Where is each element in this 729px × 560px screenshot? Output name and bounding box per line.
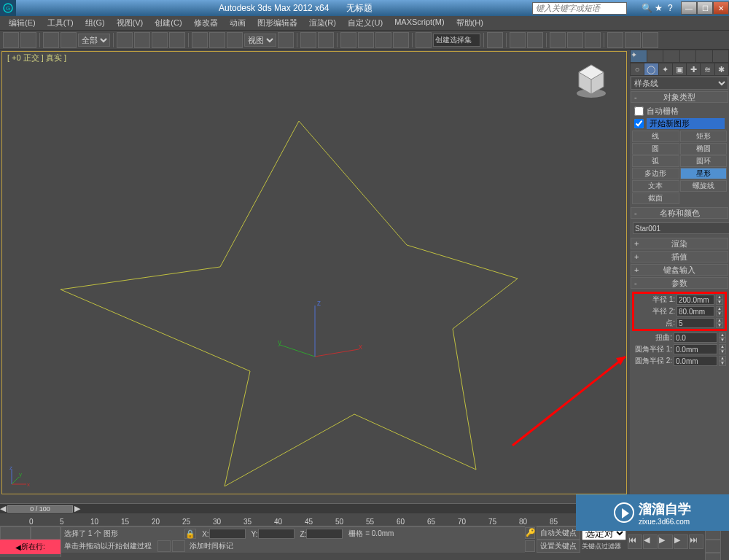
create-tab[interactable]: ✦	[631, 50, 647, 62]
redo-button[interactable]	[20, 32, 36, 48]
current-row-button[interactable]: ◀ 所在行:	[0, 540, 61, 554]
nav-walk-button[interactable]	[705, 540, 721, 553]
shape-line[interactable]: 线	[632, 131, 679, 142]
keymode-button[interactable]	[318, 32, 334, 48]
rollout-keyboard[interactable]: +键盘输入	[631, 264, 728, 276]
shape-section[interactable]: 截面	[632, 192, 679, 204]
shape-arc[interactable]: 弧	[632, 155, 679, 167]
z-input[interactable]	[306, 529, 343, 539]
geometry-cat[interactable]: ○	[631, 63, 644, 75]
curve-editor-button[interactable]	[550, 32, 566, 48]
time-slider[interactable]: 0 / 100	[7, 505, 73, 513]
lights-cat[interactable]: ✦	[659, 63, 672, 75]
angle-snap-button[interactable]	[358, 32, 374, 48]
hierarchy-tab[interactable]	[663, 50, 679, 62]
setkey-button[interactable]: 设置关键点	[537, 540, 580, 553]
pivot-button[interactable]	[278, 32, 294, 48]
menu-render[interactable]: 渲染(R)	[303, 16, 342, 30]
motion-tab[interactable]	[680, 50, 696, 62]
unlink-button[interactable]	[61, 32, 77, 48]
menu-help[interactable]: 帮助(H)	[451, 16, 489, 30]
menu-create[interactable]: 创建(C)	[149, 16, 187, 30]
scale-button[interactable]	[227, 32, 243, 48]
rollout-name-color[interactable]: -名称和颜色	[631, 207, 728, 219]
modify-tab[interactable]	[647, 50, 663, 62]
rotate-button[interactable]	[209, 32, 225, 48]
render-setup-button[interactable]	[607, 32, 623, 48]
material-editor-button[interactable]	[585, 32, 601, 48]
shape-text[interactable]: 文本	[632, 180, 679, 192]
radius2-spinner[interactable]: ▲▼	[716, 306, 723, 316]
display-tab[interactable]	[696, 50, 712, 62]
key-mode-button[interactable]: 🔑	[525, 527, 535, 539]
rendered-frame-button[interactable]	[625, 32, 641, 48]
systems-cat[interactable]: ✱	[715, 63, 728, 75]
window-crossing-button[interactable]	[169, 32, 185, 48]
distort-spinner[interactable]: ▲▼	[719, 332, 726, 343]
menu-tools[interactable]: 工具(T)	[42, 16, 79, 30]
autokey-button[interactable]: 自动关键点	[537, 526, 580, 540]
percent-snap-button[interactable]	[375, 32, 391, 48]
radius2-input[interactable]	[677, 306, 714, 316]
distort-input[interactable]	[674, 332, 717, 343]
object-name-input[interactable]	[633, 222, 729, 234]
schematic-button[interactable]	[567, 32, 583, 48]
layer-button[interactable]	[527, 32, 543, 48]
rollout-params[interactable]: -参数	[631, 277, 728, 289]
named-selection-set[interactable]: 创建选择集	[433, 34, 480, 47]
spinner-snap-button[interactable]	[393, 32, 409, 48]
maximize-button[interactable]: ☐	[697, 1, 713, 15]
rollout-render[interactable]: +渲染	[631, 238, 728, 249]
cameras-cat[interactable]: ▣	[673, 63, 686, 75]
y-input[interactable]	[258, 529, 295, 539]
mini-listener-button[interactable]	[0, 526, 31, 540]
utilities-tab[interactable]	[713, 50, 729, 62]
fillet1-input[interactable]	[674, 344, 717, 354]
shape-circle[interactable]: 圆	[632, 143, 679, 155]
mirror-button[interactable]	[487, 32, 503, 48]
auto-grid-checkbox[interactable]	[634, 106, 644, 116]
select-region-button[interactable]	[152, 32, 168, 48]
comm-icon-1[interactable]	[157, 540, 171, 552]
points-input[interactable]	[677, 318, 714, 328]
menu-modifiers[interactable]: 修改器	[188, 16, 224, 30]
edit-named-sel-button[interactable]	[416, 32, 432, 48]
fillet2-input[interactable]	[674, 356, 717, 366]
x-input[interactable]	[209, 529, 246, 539]
auto-grid-row[interactable]: 自动栅格	[631, 105, 728, 117]
icon3[interactable]: ?	[668, 3, 678, 13]
goto-end-button[interactable]: ⏭	[689, 534, 703, 549]
ref-coord-system[interactable]: 视图	[244, 34, 276, 47]
menu-animation[interactable]: 动画	[224, 16, 252, 30]
close-button[interactable]: ✕	[713, 1, 729, 15]
menu-group[interactable]: 组(G)	[79, 16, 111, 30]
rollout-object-type[interactable]: -对象类型	[631, 91, 728, 103]
undo-button[interactable]	[3, 32, 19, 48]
play-button[interactable]: ▶	[658, 534, 673, 549]
rollout-interp[interactable]: +插值	[631, 251, 728, 262]
shape-helix[interactable]: 螺旋线	[680, 180, 728, 192]
viewport[interactable]: x y z x z y	[1, 51, 627, 494]
snap-button[interactable]	[340, 32, 356, 48]
fillet1-spinner[interactable]: ▲▼	[719, 344, 726, 354]
goto-start-button[interactable]: ⏮	[628, 534, 642, 549]
shape-ngon[interactable]: 多边形	[632, 168, 679, 179]
comm-icon-2[interactable]	[172, 540, 185, 552]
lock-button[interactable]: 🔒	[184, 529, 196, 539]
link-button[interactable]	[43, 32, 59, 48]
menu-view[interactable]: 视图(V)	[111, 16, 149, 30]
start-new-shape-checkbox[interactable]	[634, 119, 644, 128]
menu-customize[interactable]: 自定义(U)	[342, 16, 389, 30]
next-frame-button[interactable]: ▶	[674, 534, 688, 549]
set-key-icon[interactable]	[525, 540, 535, 552]
search-input[interactable]	[532, 2, 627, 15]
prev-frame-button[interactable]: ◀	[643, 534, 658, 549]
icon2[interactable]: ★	[655, 3, 665, 13]
subcategory-select[interactable]: 样条线	[631, 77, 728, 90]
menu-maxscript[interactable]: MAXScript(M)	[389, 16, 450, 30]
shape-ellipse[interactable]: 椭圆	[680, 143, 728, 155]
shape-star[interactable]: 星形	[680, 168, 728, 179]
menu-graph[interactable]: 图形编辑器	[252, 16, 303, 30]
icon1[interactable]: 🔍	[642, 3, 652, 13]
fillet2-spinner[interactable]: ▲▼	[719, 356, 726, 366]
